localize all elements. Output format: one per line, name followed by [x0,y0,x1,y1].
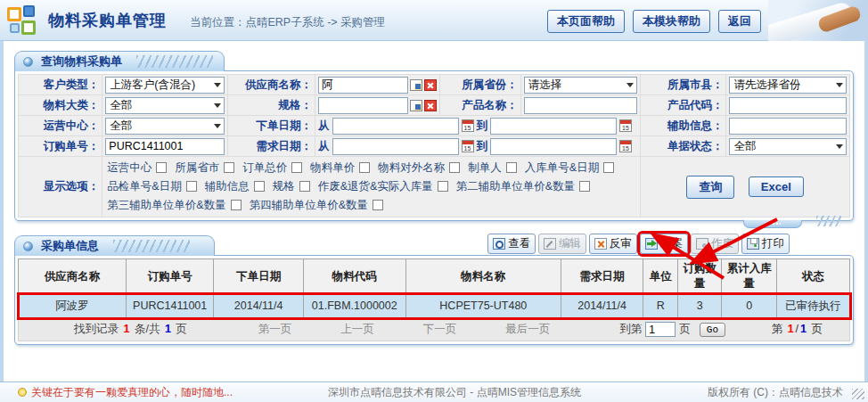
checkbox[interactable] [224,162,234,173]
module-help-button[interactable]: 本模块帮助 [633,10,710,33]
col-header-stocked: 累计入库量 [722,259,777,294]
city-label: 所属市县： [641,75,726,95]
province-label: 所属省份： [440,75,520,95]
last-page-link[interactable]: 最后一页 [505,322,550,337]
product-code-label: 产品代码： [641,95,726,116]
order-date-to-input[interactable] [490,118,617,135]
checkbox[interactable] [186,181,197,192]
query-panel-title: 查询物料采购单 [41,53,122,70]
option-label: 规格 [273,180,295,193]
checkbox[interactable] [603,162,614,173]
footer-company: 深圳市点晴信息技术有限公司 - 点晴MIS管理信息系统 [328,385,581,400]
logo-square-orange [7,7,21,21]
found-label: 找到记录 [74,323,119,335]
void-icon [696,238,708,250]
supplier-name-input[interactable] [318,77,408,94]
checkbox[interactable] [438,181,448,192]
display-options-label: 显示选项： [19,157,102,217]
calendar-icon[interactable] [462,119,474,132]
picker-icon[interactable] [410,79,422,91]
product-name-label: 产品名称： [440,95,520,116]
material-category-value: 全部 [110,98,132,113]
checkbox[interactable] [449,162,460,173]
calendar-icon[interactable] [619,119,632,132]
search-button[interactable]: 查询 [686,176,734,199]
calendar-icon[interactable] [619,140,632,152]
checkbox[interactable] [359,162,370,173]
checkbox[interactable] [291,162,302,173]
print-button[interactable]: 打印 [741,234,790,254]
edit-button[interactable]: 编辑 [538,234,586,254]
view-button[interactable]: 查看 [487,234,536,254]
back-button[interactable]: 返回 [718,10,761,33]
void-button[interactable]: 作废 [691,234,739,254]
demand-date-from-input[interactable] [332,138,459,155]
orders-panel-title: 采购单信息 [41,238,99,254]
clear-icon[interactable] [424,79,437,91]
option-label: 第二辅助单位单价&数量 [456,180,575,193]
dropdown-arrow-icon [214,124,221,132]
product-code-input[interactable] [729,97,847,114]
operation-center-label: 运营中心： [19,116,102,136]
customer-type-select[interactable]: 上游客户(含混合) [105,77,224,94]
order-date-from-input[interactable] [332,118,459,135]
col-header-status: 状态 [776,259,849,294]
option-label: 品检单号&日期 [107,180,181,193]
operation-center-select[interactable]: 全部 [105,118,224,135]
checkbox[interactable] [373,200,383,210]
order-no-input[interactable] [105,138,224,155]
query-form: 客户类型： 上游客户(含混合) 供应商名称： 所属省份： 请选择 所 [18,74,850,217]
panel-corner-decor [816,216,841,226]
spec-input[interactable] [318,97,408,114]
demand-date-to-input[interactable] [490,138,617,155]
col-header-order-date: 下单日期 [214,259,303,294]
tab-stripes-decor [113,240,190,252]
goto-page-button[interactable]: Go [700,323,725,337]
checkbox[interactable] [506,162,517,173]
calendar-icon[interactable] [462,140,474,152]
breadcrumb: 当前位置：点晴ERP子系统 -> 采购管理 [190,11,385,30]
picker-icon[interactable] [410,100,422,111]
page-help-button[interactable]: 本页面帮助 [547,10,625,33]
option-label: 订单总价 [242,161,287,174]
checkbox[interactable] [299,181,310,192]
header-buttons: 本页面帮助 本模块帮助 返回 [547,10,761,33]
orders-table: 供应商名称 订购单号 下单日期 物料代码 物料名称 需求日期 单位 订购数量 累… [18,258,850,318]
city-select[interactable]: 请先选择省份 [729,77,847,94]
unapprove-button-label: 反审 [610,236,632,251]
col-header-order-no: 订购单号 [126,259,213,294]
aux-info-input[interactable] [729,118,847,135]
col-header-demand-date: 需求日期 [561,259,643,294]
checkbox[interactable] [231,200,242,210]
dropdown-arrow-icon [214,83,221,91]
unapprove-button[interactable]: 反审 [589,234,637,254]
option-label: 入库单号&日期 [525,161,599,174]
checkbox[interactable] [156,162,167,173]
dropdown-arrow-icon [836,83,843,91]
goto-page-input[interactable] [645,322,676,337]
clear-icon[interactable] [424,100,437,111]
province-select[interactable]: 请选择 [524,77,637,94]
product-name-input[interactable] [524,97,637,114]
table-row[interactable]: 阿波罗 PURC1411001 2014/11/4 01.FBM.1000002… [19,294,850,318]
excel-export-button[interactable]: Excel [749,176,804,197]
panel-bullet-icon [23,57,33,67]
customer-type-value: 上游客户(含混合) [110,78,195,93]
cell-unit: R [643,294,678,318]
prev-page-link[interactable]: 上一页 [340,322,374,337]
material-category-select[interactable]: 全部 [105,97,224,114]
cell-qty: 3 [678,294,722,318]
total-pages: 1 [798,323,808,335]
print-icon [747,238,759,250]
panel-collapse-handle[interactable] [743,220,802,228]
query-panel: 查询物料采购单 客户类型： 上游客户(含混合) 供应商名称： [14,50,854,221]
unapprove-icon [594,238,607,250]
checkbox[interactable] [579,181,590,192]
first-page-link[interactable]: 第一页 [258,322,292,337]
next-page-link[interactable]: 下一页 [423,322,457,337]
checkbox[interactable] [254,181,265,192]
doc-status-select[interactable]: 全部 [729,138,847,155]
resize-grip-icon [852,389,864,399]
material-category-label: 物料大类： [19,95,102,116]
close-case-button[interactable]: 结案 [640,234,688,254]
